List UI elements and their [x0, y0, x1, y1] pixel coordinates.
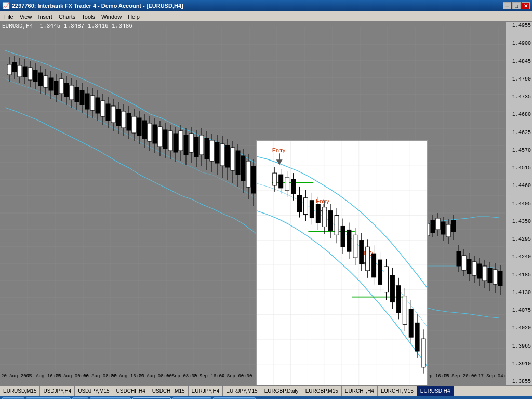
svg-rect-96 [153, 125, 157, 143]
svg-rect-124 [225, 145, 230, 167]
svg-rect-130 [241, 156, 245, 181]
main-chart-svg: 20 Aug 2008 21 Aug 16:00 25 Aug 00:00 26… [0, 22, 505, 385]
tab-usdjpy-h4[interactable]: USDJPY,H4 [40, 386, 75, 396]
menu-window[interactable]: Window [98, 12, 125, 21]
price-21: 1.3855 [507, 379, 531, 384]
svg-rect-209 [285, 177, 289, 191]
svg-rect-243 [366, 247, 370, 271]
title-bar: 📈 2297760: Interbank FX Trader 4 - Demo … [0, 0, 532, 11]
svg-rect-108 [184, 135, 188, 155]
svg-rect-255 [403, 296, 407, 325]
svg-rect-102 [168, 131, 172, 151]
price-8: 1.4570 [507, 148, 531, 153]
svg-rect-118 [210, 140, 214, 161]
status-bar: EURUSD,M15 USDJPY,H4 USDJPY,M15 USDCHF,H… [0, 385, 532, 396]
svg-rect-158 [483, 266, 487, 281]
svg-rect-110 [189, 134, 193, 152]
price-20: 1.3910 [507, 361, 531, 367]
chart-ohlc: 1.3445 1.3487 1.3416 1.3486 [40, 23, 132, 29]
svg-rect-68 [80, 90, 84, 105]
tab-eurchf-m15[interactable]: EURCHF,M15 [378, 386, 417, 396]
svg-rect-144 [446, 224, 450, 237]
close-button[interactable]: ✕ [522, 2, 530, 9]
tab-usdchf-h4[interactable]: USDCHF,H4 [113, 386, 149, 396]
tab-eurjpy-m15[interactable]: EURJPY,M15 [223, 386, 261, 396]
svg-rect-217 [298, 195, 302, 212]
svg-rect-120 [215, 142, 219, 163]
svg-rect-88 [132, 116, 136, 133]
price-3: 1.4845 [507, 59, 531, 64]
svg-rect-50 [33, 70, 37, 82]
svg-rect-106 [179, 131, 183, 151]
menu-bar: File View Insert Charts Tools Window Hel… [0, 11, 532, 22]
svg-rect-86 [127, 113, 131, 130]
menu-view[interactable]: View [17, 12, 35, 21]
svg-rect-223 [316, 204, 320, 223]
window-controls[interactable]: ─ □ ✕ [503, 2, 530, 9]
tab-eurusd-m15[interactable]: EURUSD,M15 [0, 386, 40, 396]
menu-charts[interactable]: Charts [56, 12, 78, 21]
svg-rect-146 [451, 220, 456, 232]
svg-text:17 Sep 04:00: 17 Sep 04:00 [478, 374, 505, 379]
tab-eurjpy-h4[interactable]: EURJPY,H4 [189, 386, 223, 396]
taskbar: 23:41 🅰 Adobe Pho... PS Manual Bac... ..… [0, 396, 532, 399]
tab-eurusd-h4-active[interactable]: EURUSD,H4 [417, 386, 454, 396]
svg-rect-156 [477, 264, 482, 278]
chart-info-bar: EURUSD,H4 1.3445 1.3487 1.3416 1.3486 [2, 23, 132, 29]
price-13: 1.4295 [507, 236, 531, 242]
menu-help[interactable]: Help [125, 12, 143, 21]
svg-rect-46 [23, 66, 27, 77]
tab-usdchf-m15[interactable]: USDCHF,M15 [149, 386, 189, 396]
svg-rect-257 [409, 309, 413, 337]
svg-rect-140 [436, 218, 440, 230]
svg-rect-148 [457, 251, 461, 266]
svg-rect-219 [303, 198, 308, 215]
svg-rect-126 [231, 148, 235, 170]
svg-rect-114 [200, 135, 204, 155]
price-19: 1.3965 [507, 343, 531, 349]
svg-rect-134 [251, 166, 256, 193]
svg-rect-0 [0, 27, 505, 380]
svg-rect-56 [49, 78, 53, 90]
tab-eurgbp-m15[interactable]: EURGBP,M15 [302, 386, 342, 396]
price-18: 1.4020 [507, 325, 531, 331]
svg-rect-84 [122, 111, 126, 128]
menu-file[interactable]: File [1, 12, 17, 21]
svg-rect-44 [18, 65, 22, 77]
svg-rect-66 [75, 87, 79, 102]
maximize-button[interactable]: □ [512, 2, 521, 9]
svg-rect-128 [236, 151, 240, 175]
price-15: 1.4185 [507, 272, 531, 278]
svg-rect-150 [462, 256, 466, 270]
svg-rect-221 [310, 201, 314, 218]
svg-rect-92 [142, 121, 147, 139]
menu-insert[interactable]: Insert [35, 12, 56, 21]
svg-rect-138 [431, 220, 435, 233]
svg-rect-160 [488, 268, 492, 283]
price-11: 1.4405 [507, 201, 531, 207]
title-text-area: 📈 2297760: Interbank FX Trader 4 - Demo … [2, 2, 183, 9]
price-scale: 1.4955 1.4900 1.4845 1.4790 1.4735 1.468… [505, 22, 532, 385]
svg-rect-225 [322, 207, 326, 227]
chart-container[interactable]: EURUSD,H4 1.3445 1.3487 1.3416 1.3486 [0, 22, 532, 385]
svg-rect-164 [498, 271, 502, 286]
zoom-chart-svg: Entry Entry [257, 141, 427, 385]
svg-rect-94 [148, 123, 152, 141]
tab-eurchf-h4[interactable]: EURCHF,H4 [342, 386, 378, 396]
minimize-button[interactable]: ─ [503, 2, 511, 9]
svg-rect-207 [279, 175, 283, 188]
svg-rect-54 [44, 76, 48, 87]
svg-rect-152 [467, 259, 471, 274]
tab-usdjpy-m15[interactable]: USDJPY,M15 [75, 386, 113, 396]
svg-rect-253 [396, 286, 401, 313]
svg-rect-42 [12, 62, 17, 72]
svg-rect-237 [347, 230, 351, 251]
svg-rect-241 [360, 240, 364, 264]
svg-rect-62 [64, 83, 69, 97]
svg-rect-132 [246, 161, 250, 187]
svg-rect-100 [163, 130, 167, 149]
menu-tools[interactable]: Tools [78, 12, 98, 21]
tab-eurgbp-daily[interactable]: EURGBP,Daily [261, 386, 302, 396]
svg-rect-90 [137, 118, 141, 136]
svg-text:15 Sep 20:00: 15 Sep 20:00 [443, 374, 477, 379]
